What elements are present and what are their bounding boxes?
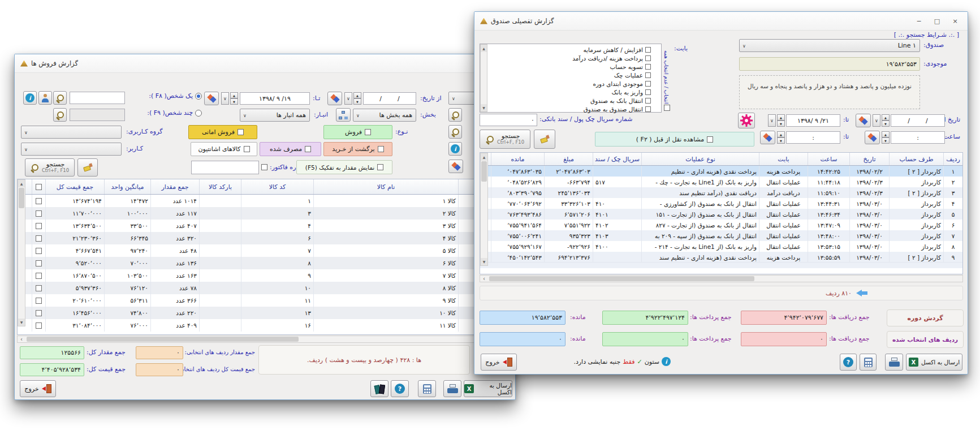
- store-combo[interactable]: همه انبار ها: [240, 109, 310, 122]
- row-checkbox[interactable]: [32, 307, 45, 319]
- col-operation[interactable]: نوع عملیات: [641, 153, 759, 165]
- time-from-spinner[interactable]: [882, 131, 890, 144]
- right-search-stub-button[interactable]: [448, 108, 462, 122]
- help-button[interactable]: [391, 380, 409, 397]
- col-qty[interactable]: جمع مقدار: [150, 179, 199, 194]
- sales-table-header[interactable]: نوع نام کالا کد کالا بارکد کالا جمع مقدا…: [18, 179, 512, 195]
- right-mag-stub-button[interactable]: [448, 125, 462, 139]
- scroll-up-icon[interactable]: [481, 153, 487, 161]
- time-from-input[interactable]: :: [891, 131, 945, 144]
- date-from-dropdown[interactable]: [344, 92, 352, 105]
- table-row[interactable]: ۲ کاربرداز ۱۳۹۸/۰۲/۳ ۱۱:۴۴:۱۸ عملیات انت…: [480, 177, 962, 187]
- row-checkbox[interactable]: [32, 269, 45, 282]
- minimize-button[interactable]: −: [911, 15, 927, 27]
- person-info-button[interactable]: [23, 91, 37, 105]
- section-tree-button[interactable]: [336, 108, 351, 122]
- consumed-checkbox[interactable]: مصرف شده: [260, 142, 321, 156]
- row-checkbox[interactable]: [32, 195, 45, 207]
- multi-person-input[interactable]: [70, 109, 125, 121]
- scroll-left-icon[interactable]: [18, 336, 25, 342]
- date-from-input[interactable]: / /: [363, 92, 416, 105]
- section-combo[interactable]: همه بخش ها: [353, 109, 416, 122]
- col-date[interactable]: تاریخ: [849, 153, 889, 165]
- reason-item[interactable]: انتقال بانک به صندوق: [489, 96, 653, 105]
- table-row[interactable]: ۵ کاربرداز ۱۳۹۸/۰۳/۰ ۱۳:۴۶:۳۴ عملیات انت…: [480, 209, 962, 220]
- sales-titlebar[interactable]: گزارش فروش ها: [15, 54, 515, 73]
- fund-combo[interactable]: Line ۱: [739, 39, 920, 52]
- cash-date-to-dropdown[interactable]: [768, 114, 776, 127]
- cash-exit-button[interactable]: خروج: [481, 354, 517, 371]
- scroll-down-icon[interactable]: [481, 258, 487, 265]
- row-checkbox[interactable]: [32, 220, 45, 232]
- table-row[interactable]: کالا ۸ ۱۰ ۷۸ عدد ۷۶٬۱۲۰ ۵٬۹۳۷٬۳۶۰: [18, 282, 512, 294]
- close-button[interactable]: ×: [947, 15, 963, 27]
- col-barcode[interactable]: بارکد کالا: [199, 179, 241, 194]
- cash-date-to-input[interactable]: ۱۳۹۸/ ۹ /۲۱: [786, 114, 840, 127]
- row-checkbox[interactable]: [32, 294, 45, 307]
- reason-item[interactable]: افزایش / کاهش سرمایه: [489, 45, 653, 54]
- cash-date-from-input[interactable]: / /: [891, 114, 945, 127]
- date-to-input[interactable]: ۱۳۹۸/ ۹ /۱۹: [240, 92, 310, 105]
- table-row[interactable]: کالا ۷ ۹ ۱۶۳ عدد ۱۰۳٬۵۰۰ ۱۶٬۸۷۰٬۵۰۰: [18, 269, 512, 282]
- col-serial[interactable]: سریال چک / سند: [593, 153, 641, 165]
- gift-goods-checkbox[interactable]: کالاهای اشانتیون: [191, 142, 257, 156]
- reason-item[interactable]: عملیات چک: [489, 71, 653, 79]
- cash-help-button[interactable]: [840, 354, 857, 371]
- multi-person-search-button[interactable]: [53, 108, 67, 122]
- col-amount[interactable]: مبلغ: [544, 153, 593, 165]
- date-to-dropdown[interactable]: [221, 92, 229, 105]
- table-row[interactable]: کالا ۳ ۴ ۴۰۷ عدد ۳۳٬۵۰۰ ۱۳٬۶۳۴٬۵۰۰: [18, 220, 512, 232]
- split-qty-checkbox[interactable]: نمایش مقدار به تفکیک (F5): [296, 160, 392, 174]
- right-info-stub-button[interactable]: [448, 142, 462, 156]
- select-all-reasons-checkbox[interactable]: [664, 105, 670, 111]
- invoice-checkbox[interactable]: [261, 164, 267, 170]
- table-row[interactable]: کالا ۱۰ ۱۳ ۲۲۰ عدد ۷۴٬۸۰۰ ۱۶٬۴۵۶٬۰۰۰: [18, 307, 512, 319]
- table-row[interactable]: ۳ کاربرداز [ ۲ ] ۱۳۹۸/۰۲/۳ ۱۱:۵۹:۱۰ دریا…: [480, 187, 962, 198]
- cash-calculator-button[interactable]: [860, 354, 877, 371]
- one-person-radio-group[interactable]: یک شخص( F۸ ):: [127, 92, 202, 100]
- table-row[interactable]: کالا ۶ ۸ ۱۳۶ عدد ۷۰٬۰۰۰ ۹٬۵۲۰٬۰۰۰: [18, 257, 512, 269]
- reason-item[interactable]: پرداخت هزینه /دریافت درآمد: [489, 54, 653, 62]
- cash-clear-button[interactable]: [534, 130, 555, 149]
- user-group-combo[interactable]: [21, 126, 122, 139]
- date-from-spinner[interactable]: [353, 92, 361, 105]
- scroll-down-icon[interactable]: [481, 104, 487, 111]
- user-combo[interactable]: [21, 143, 122, 156]
- reason-item[interactable]: انتقال صندوق به صندوق: [489, 105, 653, 113]
- table-row[interactable]: کالا ۲ ۳ ۱۱۷ عدد ۱۰۰٬۰۰۰ ۱۱٬۷۰۰٬۰۰۰: [18, 207, 512, 220]
- calculator-button[interactable]: [418, 380, 436, 397]
- print-button[interactable]: [443, 380, 461, 397]
- col-total[interactable]: جمع قیمت کل: [45, 179, 104, 194]
- table-row[interactable]: ۸ کاربرداز ۱۳۹۸/۰۳/۰ ۱۳:۵۳:۱۵ عملیات انت…: [480, 241, 962, 252]
- scroll-up-icon[interactable]: [18, 180, 25, 187]
- cash-search-button[interactable]: جستجو Ctrl+F, F10: [480, 130, 530, 149]
- reason-item[interactable]: واریز به بانک: [489, 88, 653, 96]
- select-all-checkbox[interactable]: [32, 179, 45, 194]
- invoice-number-input[interactable]: [191, 161, 259, 174]
- date-from-clear-button[interactable]: [327, 92, 342, 105]
- date-settings-button[interactable]: [738, 113, 755, 128]
- one-person-input[interactable]: [70, 92, 125, 104]
- scroll-left-icon[interactable]: [480, 276, 488, 282]
- col-account[interactable]: طرف حساب: [889, 153, 943, 165]
- person-search-button[interactable]: [53, 91, 67, 105]
- cash-vscrollbar[interactable]: [480, 153, 488, 266]
- cash-hscrollbar[interactable]: [480, 275, 963, 282]
- row-checkbox[interactable]: [32, 207, 45, 220]
- col-balance[interactable]: مانده: [491, 153, 544, 165]
- table-row[interactable]: کالا ۹ ۱۱ ۳۶۶ عدد ۵۶٬۳۱۱ ۲۰٬۶۱۰٬۰۰۰: [18, 294, 512, 307]
- date-to-clear-button[interactable]: [204, 92, 219, 105]
- table-row[interactable]: ۴ کاربرداز ۱۳۹۸/۰۳/۰ ۱۳:۴۴:۳۱ عملیات انت…: [480, 198, 962, 209]
- reason-item[interactable]: موجودی ابتدای دوره: [489, 79, 653, 88]
- cash-titlebar[interactable]: گزارش تفصیلی صندوق − □ ×: [474, 12, 968, 31]
- row-checkbox[interactable]: [32, 232, 45, 244]
- col-index[interactable]: ردیف: [943, 153, 962, 165]
- time-to-input[interactable]: :: [786, 131, 840, 144]
- reason-item[interactable]: تسویه حساب: [489, 62, 653, 71]
- table-row[interactable]: کالا ۵ ۷ ۴۸ عدد ۹۷٬۲۴۰ ۴٬۶۶۷٬۵۴۱: [18, 244, 512, 257]
- consignment-checkbox[interactable]: فروش امانی: [188, 125, 257, 139]
- table-row[interactable]: کالا ۱ ۱ ۱۰۱۴ عدد ۱۴٬۴۷۲ ۱۴٬۶۷۴٬۱۹۴: [18, 195, 512, 207]
- cash-date-to-spinner[interactable]: [777, 114, 785, 127]
- table-row[interactable]: ۷ کاربرداز ۱۳۹۸/۰۳/۰ ۱۳:۴۸:۰۰ عملیات انت…: [480, 230, 962, 241]
- exit-button[interactable]: خروج: [20, 380, 56, 397]
